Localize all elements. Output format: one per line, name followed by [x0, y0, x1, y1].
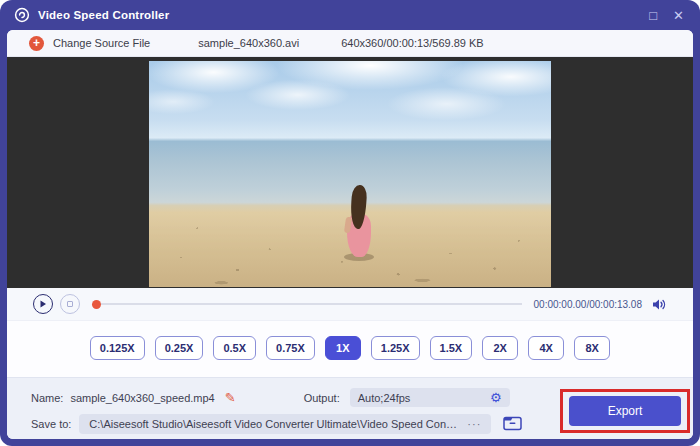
progress-slider[interactable] — [94, 303, 522, 305]
play-button[interactable] — [33, 294, 53, 314]
speed-button-05x[interactable]: 0.5X — [213, 336, 256, 360]
app-window: Video Speed Controller □ ✕ + Change Sour… — [0, 0, 700, 446]
speed-button-2x[interactable]: 2X — [482, 336, 518, 360]
playback-controls: 00:00:00.00/00:00:13.08 — [7, 288, 693, 321]
speed-button-0125x[interactable]: 0.125X — [90, 336, 145, 360]
app-logo-icon — [14, 7, 30, 23]
speed-button-075x[interactable]: 0.75X — [266, 336, 315, 360]
source-file-info: 640x360/00:00:13/569.89 KB — [341, 37, 484, 49]
browse-button[interactable]: ··· — [467, 418, 481, 430]
output-format-select[interactable]: Auto;24fps ⚙ — [350, 388, 510, 407]
titlebar: Video Speed Controller □ ✕ — [0, 0, 700, 30]
edit-name-icon[interactable]: ✎ — [225, 391, 236, 404]
seated-woman-figure — [342, 185, 376, 265]
speed-button-025x[interactable]: 0.25X — [155, 336, 204, 360]
video-preview-area — [7, 57, 693, 288]
output-panel: Name: sample_640x360_speed.mp4 ✎ Output:… — [7, 377, 693, 439]
name-output-row: Name: sample_640x360_speed.mp4 ✎ Output:… — [31, 388, 543, 407]
gear-icon[interactable]: ⚙ — [490, 391, 502, 404]
change-source-button[interactable]: Change Source File — [53, 37, 150, 49]
time-display: 00:00:00.00/00:00:13.08 — [534, 299, 642, 310]
speed-options-row: 0.125X 0.25X 0.5X 0.75X 1X 1.25X 1.5X 2X… — [7, 321, 693, 377]
speed-button-15x[interactable]: 1.5X — [430, 336, 473, 360]
speed-button-4x[interactable]: 4X — [528, 336, 564, 360]
save-path-input[interactable]: C:\Aiseesoft Studio\Aiseesoft Video Conv… — [79, 414, 491, 434]
window-title: Video Speed Controller — [38, 9, 169, 21]
stop-button[interactable] — [60, 294, 80, 314]
volume-icon[interactable] — [652, 298, 667, 311]
save-path-value: C:\Aiseesoft Studio\Aiseesoft Video Conv… — [89, 418, 459, 430]
add-file-icon[interactable]: + — [29, 36, 44, 51]
output-format-value: Auto;24fps — [358, 392, 411, 404]
window-controls: □ ✕ — [649, 9, 684, 22]
source-toolbar: + Change Source File sample_640x360.avi … — [7, 30, 693, 57]
speed-button-1x[interactable]: 1X — [325, 336, 361, 360]
video-frame[interactable] — [149, 61, 551, 287]
open-folder-button[interactable] — [503, 415, 522, 434]
output-label: Output: — [304, 392, 340, 404]
speed-button-125x[interactable]: 1.25X — [371, 336, 420, 360]
output-filename: sample_640x360_speed.mp4 — [70, 392, 214, 404]
slider-handle[interactable] — [92, 300, 101, 309]
save-to-row: Save to: C:\Aiseesoft Studio\Aiseesoft V… — [31, 414, 543, 434]
name-label: Name: — [31, 392, 63, 404]
stop-icon — [67, 301, 73, 307]
maximize-button[interactable]: □ — [649, 9, 657, 22]
save-to-label: Save to: — [31, 418, 71, 430]
close-button[interactable]: ✕ — [673, 9, 684, 22]
main-content: + Change Source File sample_640x360.avi … — [7, 30, 693, 439]
export-highlight-annotation: Export — [560, 389, 690, 433]
speed-button-8x[interactable]: 8X — [574, 336, 610, 360]
source-filename: sample_640x360.avi — [198, 37, 299, 49]
export-button[interactable]: Export — [569, 396, 681, 426]
